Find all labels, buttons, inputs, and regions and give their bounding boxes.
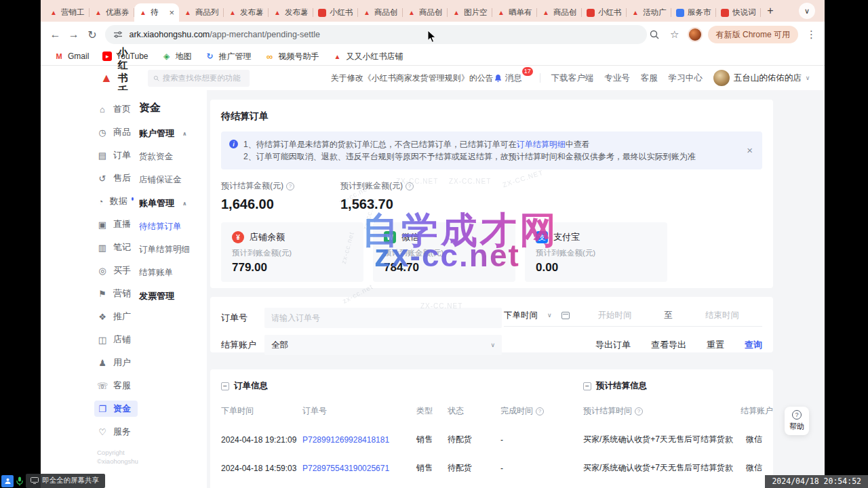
chrome-update-pill[interactable]: 有新版 Chrome 可用 [708,26,798,43]
forward-button[interactable]: → [64,25,83,44]
bookmark-star-icon[interactable]: ☆ [667,28,682,41]
submenu-item[interactable]: 订单结算明细 [139,244,207,256]
browser-tab[interactable]: 活动广 [627,3,671,22]
sidebar-nav-item[interactable]: ❖ 推广 [94,308,138,325]
tab-search-chevron-icon[interactable]: ∨ [799,3,815,19]
table-group-headers: − 订单信息 − 预计结算信息 [221,380,762,392]
sidebar-nav-item[interactable]: ◷ 商品 [94,124,138,140]
back-button[interactable]: ← [46,25,64,44]
browser-tab[interactable]: 商品创 [537,3,582,22]
chrome-menu-icon[interactable]: ⋮ [804,28,819,41]
app-body: ⌂ 首页 ◷ 商品 ▤ 订单 [41,90,825,488]
question-icon[interactable]: ? [635,407,643,415]
new-tab-button[interactable]: + [761,2,780,20]
browser-tab[interactable]: 服务市 [671,3,716,22]
query-button[interactable]: 查询 [745,339,762,351]
browser-tab[interactable]: 晒单有 [492,3,537,22]
app-search-input[interactable] [163,74,244,82]
bookmark-item[interactable]: 推广管理 [205,51,252,62]
sidebar-nav-item[interactable]: ↺ 售后 [94,170,138,186]
settlement-detail-link[interactable]: 订单结算明细 [517,140,566,149]
nav-item-label: 直播 [113,218,131,230]
address-bar[interactable]: ark.xiaohongshu.com/app-merchant/pending… [105,25,646,44]
bookmark-item[interactable]: Gmail [54,52,89,61]
sidebar-nav-item[interactable]: ♡ 服务 [94,424,138,440]
submenu-item[interactable]: 货款资金 [139,151,207,163]
browser-tab[interactable]: 小红书 [582,3,627,22]
browser-tab[interactable]: 快说词 [716,3,761,22]
submenu-item[interactable]: 待结算订单 [139,221,207,232]
browser-tab[interactable]: 商品创 [358,3,403,22]
submenu-title: 资金 [139,101,207,115]
nav-item-label: 笔记 [113,241,131,253]
col-type: 类型 [416,405,448,417]
reset-button[interactable]: 重置 [707,339,724,351]
submenu-item[interactable]: 发票管理 [139,290,207,302]
sidebar-nav-item[interactable]: ◎ 买手 [94,262,138,279]
reload-button[interactable]: ↻ [83,25,101,44]
app-search-box[interactable] [148,70,250,87]
browser-tab[interactable]: 小红书 [313,3,358,22]
date-range-picker[interactable]: 下单时间 ∨ 开始时间 至 结束时间 [504,310,762,327]
bookmark-favicon [54,52,64,61]
sidebar-nav-item[interactable]: ◫ 店铺 [94,331,138,348]
sidebar-nav-item[interactable]: ⚑ 营销 [94,285,138,302]
collapse-icon[interactable]: − [583,382,591,390]
sidebar-nav-item[interactable]: ◔ 数据 [94,193,138,209]
cell-order-no-link[interactable]: P728991269928418181 [302,435,416,445]
browser-tab[interactable]: 待 × [134,3,179,22]
bookmark-item[interactable]: 又又小红书店铺 [333,51,403,62]
submenu-item-label: 账单管理 [139,197,174,209]
site-settings-icon[interactable] [113,30,123,39]
submenu-item-label: 货款资金 [139,151,173,163]
time-type-select[interactable]: 下单时间 [504,310,538,321]
question-icon[interactable]: ? [536,407,544,415]
sidebar-nav-item[interactable]: ❐ 资金 [94,401,138,417]
browser-tab[interactable]: 商品列 [179,3,224,22]
download-client-link[interactable]: 下载客户端 [551,73,594,84]
browser-tab[interactable]: 营销工 [45,3,90,22]
customer-service-link[interactable]: 客服 [641,73,658,84]
start-date-input[interactable]: 开始时间 [598,310,632,321]
question-icon[interactable]: ? [286,182,294,190]
end-date-input[interactable]: 结束时间 [705,310,739,321]
pro-account-link[interactable]: 专业号 [604,73,630,84]
browser-tab[interactable]: 商品创 [403,3,448,22]
notice-close-icon[interactable]: × [747,144,753,157]
announcement-link[interactable]: 关于修改《小红书商家发货管理规则》的公告 [331,73,494,84]
cell-order-no-link[interactable]: P728975543190025671 [302,464,416,473]
submenu-item[interactable]: 结算账单 [139,267,207,279]
browser-tab[interactable]: 图片空 [448,3,492,22]
order-no-input[interactable] [264,308,502,328]
chevron-up-icon[interactable]: ∧ [182,131,187,137]
submenu-item[interactable]: 店铺保证金 [139,174,207,186]
export-orders-button[interactable]: 导出订单 [595,339,631,351]
main-content: 待结算订单 i 1、待结算订单是未结算的货款订单汇总，不含已结算订单，已结算订单… [207,90,825,488]
settle-account-select[interactable]: 全部 ∨ [264,335,502,355]
sidebar-nav-item[interactable]: ☏ 客服 [94,378,138,394]
account-menu[interactable]: 五台山的佑佑的店 ∨ [713,70,810,86]
sidebar-nav-item[interactable]: ⌂ 首页 [94,101,138,117]
new-tab-area: + [761,0,780,22]
search-icon[interactable] [647,29,662,40]
submenu-item[interactable]: 账户管理 ∧ [139,127,207,140]
bookmark-item[interactable]: 地图 [162,51,192,62]
learning-center-link[interactable]: 学习中心 [669,73,703,84]
col-settle-time: 预计结算时间? [583,405,741,417]
messages-button[interactable]: 消息 17 [494,73,522,84]
help-button[interactable]: ? 帮助 [785,407,809,435]
browser-tab[interactable]: 优惠券 [90,3,134,22]
browser-tab[interactable]: 发布薯 [224,3,269,22]
tab-close-icon[interactable]: × [169,8,174,17]
chrome-profile-avatar[interactable] [688,27,703,42]
view-exports-button[interactable]: 查看导出 [651,339,686,351]
chevron-up-icon[interactable]: ∧ [182,201,187,207]
sidebar-nav-item[interactable]: ▣ 直播 [94,216,138,232]
sidebar-nav-item[interactable]: ▤ 订单 [94,147,138,163]
bookmark-item[interactable]: 视频号助手 [265,51,319,62]
sidebar-nav-item[interactable]: ▥ 笔记 [94,239,138,256]
sidebar-nav-item[interactable]: ♟ 用户 [94,354,138,371]
collapse-icon[interactable]: − [221,382,229,390]
browser-tab[interactable]: 发布薯 [269,3,313,22]
submenu-item[interactable]: 账单管理 ∧ [139,197,207,209]
